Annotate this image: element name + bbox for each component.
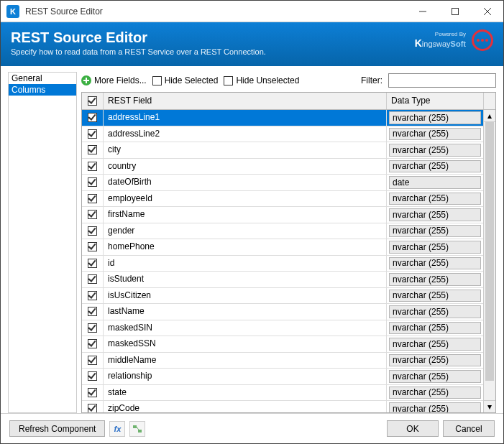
cell-type[interactable]: nvarchar (255) bbox=[387, 126, 483, 142]
row-checkbox[interactable] bbox=[82, 207, 104, 223]
cell-type[interactable]: nvarchar (255) bbox=[387, 369, 483, 384]
row-checkbox[interactable] bbox=[82, 336, 104, 352]
header-title: REST Source Editor bbox=[11, 29, 415, 46]
cell-field: firstName bbox=[104, 207, 387, 223]
cell-field: city bbox=[104, 142, 387, 158]
ok-button[interactable]: OK bbox=[387, 420, 439, 437]
table-row[interactable]: addressLine2nvarchar (255) bbox=[82, 126, 483, 143]
footer: Refresh Component fx OK Cancel bbox=[1, 413, 503, 443]
cell-field: lastName bbox=[104, 304, 387, 320]
hide-unselected-checkbox[interactable]: Hide Unselected bbox=[224, 75, 299, 85]
cancel-button[interactable]: Cancel bbox=[443, 420, 495, 437]
cell-type[interactable]: nvarchar (255) bbox=[387, 385, 483, 401]
cell-type[interactable]: nvarchar (255) bbox=[387, 288, 483, 304]
cell-field: country bbox=[104, 159, 387, 175]
hide-selected-checkbox[interactable]: Hide Selected bbox=[152, 75, 219, 85]
cell-field: employeeId bbox=[104, 191, 387, 207]
sidebar-item-general[interactable]: General bbox=[9, 73, 76, 84]
row-checkbox[interactable] bbox=[82, 159, 104, 175]
table-row[interactable]: employeeIdnvarchar (255) bbox=[82, 191, 483, 208]
table-row[interactable]: citynvarchar (255) bbox=[82, 142, 483, 159]
cell-type[interactable]: nvarchar (255) bbox=[387, 320, 483, 336]
cell-field: id bbox=[104, 256, 387, 272]
table-row[interactable]: statenvarchar (255) bbox=[82, 385, 483, 402]
header-band: REST Source Editor Specify how to read d… bbox=[1, 22, 503, 66]
row-checkbox[interactable] bbox=[82, 272, 104, 287]
cell-field: relationship bbox=[104, 369, 387, 384]
cell-field: gender bbox=[104, 223, 387, 239]
column-header-field[interactable]: REST Field bbox=[104, 93, 387, 109]
cell-type[interactable]: nvarchar (255) bbox=[387, 191, 483, 207]
mapping-button[interactable] bbox=[129, 421, 145, 437]
cell-field: state bbox=[104, 385, 387, 401]
filter-input[interactable] bbox=[388, 73, 496, 88]
row-checkbox[interactable] bbox=[82, 385, 104, 401]
cell-type[interactable]: nvarchar (255) bbox=[387, 159, 483, 175]
row-checkbox[interactable] bbox=[82, 223, 104, 239]
table-row[interactable]: maskedSINnvarchar (255) bbox=[82, 320, 483, 337]
close-button[interactable] bbox=[471, 1, 503, 22]
cell-type[interactable]: date bbox=[387, 175, 483, 190]
more-fields-button[interactable]: More Fields... bbox=[81, 75, 147, 85]
row-checkbox[interactable] bbox=[82, 175, 104, 190]
cell-type[interactable]: nvarchar (255) bbox=[387, 353, 483, 369]
table-row[interactable]: homePhonenvarchar (255) bbox=[82, 239, 483, 256]
cell-field: zipCode bbox=[104, 401, 387, 412]
cell-type[interactable]: nvarchar (255) bbox=[387, 272, 483, 287]
column-header-type[interactable]: Data Type bbox=[387, 93, 483, 109]
table-row[interactable]: gendernvarchar (255) bbox=[82, 223, 483, 240]
table-row[interactable]: idnvarchar (255) bbox=[82, 256, 483, 272]
row-checkbox[interactable] bbox=[82, 320, 104, 336]
sidebar-item-columns[interactable]: Columns bbox=[9, 84, 76, 96]
maximize-button[interactable] bbox=[439, 1, 471, 22]
table-row[interactable]: firstNamenvarchar (255) bbox=[82, 207, 483, 223]
scroll-down-icon[interactable]: ▾ bbox=[484, 400, 495, 412]
row-checkbox[interactable] bbox=[82, 288, 104, 304]
app-icon: K bbox=[6, 5, 19, 18]
scroll-up-icon[interactable]: ▴ bbox=[484, 110, 495, 122]
checkbox-icon bbox=[152, 76, 162, 85]
cell-type[interactable]: nvarchar (255) bbox=[387, 304, 483, 320]
table-row[interactable]: isUsCitizennvarchar (255) bbox=[82, 288, 483, 305]
cell-type[interactable]: nvarchar (255) bbox=[387, 142, 483, 158]
table-row[interactable]: maskedSSNnvarchar (255) bbox=[82, 336, 483, 353]
row-checkbox[interactable] bbox=[82, 369, 104, 384]
table-row[interactable]: middleNamenvarchar (255) bbox=[82, 353, 483, 369]
row-checkbox[interactable] bbox=[82, 401, 104, 412]
table-row[interactable]: addressLine1nvarchar (255) bbox=[82, 110, 483, 126]
grid-header: REST Field Data Type bbox=[82, 93, 495, 110]
cell-field: isStudent bbox=[104, 272, 387, 287]
vertical-scrollbar[interactable]: ▴ ▾ bbox=[483, 110, 495, 412]
table-row[interactable]: isStudentnvarchar (255) bbox=[82, 272, 483, 288]
brand-icon bbox=[472, 29, 493, 51]
cell-type[interactable]: nvarchar (255) bbox=[387, 110, 483, 126]
header-checkbox[interactable] bbox=[82, 93, 104, 109]
cell-field: maskedSSN bbox=[104, 336, 387, 352]
table-row[interactable]: relationshipnvarchar (255) bbox=[82, 369, 483, 385]
row-checkbox[interactable] bbox=[82, 256, 104, 272]
row-checkbox[interactable] bbox=[82, 239, 104, 255]
cell-field: addressLine1 bbox=[104, 110, 387, 126]
row-checkbox[interactable] bbox=[82, 304, 104, 320]
cell-type[interactable]: nvarchar (255) bbox=[387, 239, 483, 255]
scroll-thumb[interactable] bbox=[485, 122, 494, 381]
row-checkbox[interactable] bbox=[82, 191, 104, 207]
table-row[interactable]: dateOfBirthdate bbox=[82, 175, 483, 191]
row-checkbox[interactable] bbox=[82, 110, 104, 126]
cell-type[interactable]: nvarchar (255) bbox=[387, 401, 483, 412]
row-checkbox[interactable] bbox=[82, 142, 104, 158]
table-row[interactable]: lastNamenvarchar (255) bbox=[82, 304, 483, 320]
table-row[interactable]: zipCodenvarchar (255) bbox=[82, 401, 483, 412]
minimize-button[interactable] bbox=[406, 1, 439, 22]
cell-type[interactable]: nvarchar (255) bbox=[387, 336, 483, 352]
cell-type[interactable]: nvarchar (255) bbox=[387, 223, 483, 239]
cell-type[interactable]: nvarchar (255) bbox=[387, 256, 483, 272]
expression-button[interactable]: fx bbox=[109, 421, 125, 437]
row-checkbox[interactable] bbox=[82, 126, 104, 142]
cell-type[interactable]: nvarchar (255) bbox=[387, 207, 483, 223]
table-row[interactable]: countrynvarchar (255) bbox=[82, 159, 483, 175]
cell-field: dateOfBirth bbox=[104, 175, 387, 190]
svg-rect-4 bbox=[133, 425, 137, 428]
row-checkbox[interactable] bbox=[82, 353, 104, 369]
refresh-button[interactable]: Refresh Component bbox=[9, 420, 105, 437]
